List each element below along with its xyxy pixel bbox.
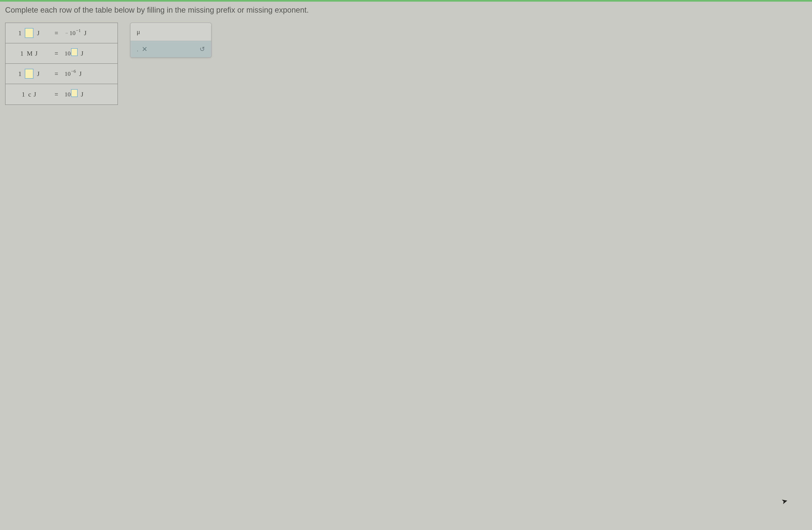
base-ten: 10: [64, 70, 71, 77]
toolbox-top-row: μ: [131, 23, 211, 41]
equals-sign: =: [52, 50, 60, 57]
coefficient: 1: [18, 29, 21, 37]
prefix-input[interactable]: [25, 28, 33, 38]
base-ten: 10: [64, 50, 71, 57]
table-row: 1 J = 10 −6 J: [5, 64, 117, 84]
coefficient: 1: [18, 70, 21, 77]
coefficient: 1: [20, 50, 24, 57]
unit-label: J: [37, 29, 40, 37]
main-area: 1 J = → 10 −1 J 1 M: [5, 23, 807, 105]
top-accent-bar: [0, 0, 812, 2]
unit-label: J: [33, 91, 36, 98]
reset-icon: ↺: [200, 45, 205, 53]
unit-label: J: [37, 70, 40, 77]
table-row: 1 c J = 10 J: [5, 84, 117, 104]
instruction-text: Complete each row of the table below by …: [5, 6, 807, 14]
power-expression: 10: [64, 50, 77, 57]
unit-label: J: [81, 91, 83, 98]
reset-button[interactable]: ↺: [200, 45, 205, 53]
cell-left: 1 M J: [5, 50, 52, 57]
power-expression: 10: [64, 91, 77, 98]
exponent: −1: [76, 28, 81, 33]
exponent-input[interactable]: [71, 89, 77, 97]
toolbox-bottom-row: . ✕ ↺: [131, 41, 211, 57]
cell-right: 10 −6 J: [60, 70, 117, 77]
exponent-input[interactable]: [71, 48, 77, 56]
unit-label: J: [79, 70, 82, 77]
prefix-label: c: [28, 91, 31, 98]
cell-right: 10 J: [60, 91, 117, 98]
equals-sign: =: [52, 30, 60, 37]
unit-label: J: [84, 29, 86, 37]
unit-label: J: [35, 50, 38, 57]
symbol-toolbox: μ . ✕ ↺: [130, 23, 212, 58]
equals-sign: =: [52, 91, 60, 98]
content-area: Complete each row of the table below by …: [0, 2, 812, 530]
power-expression: 10 −6: [64, 70, 76, 77]
arrow-icon: →: [64, 31, 68, 35]
cell-left: 1 c J: [5, 91, 52, 98]
unit-label: J: [81, 50, 83, 57]
prefix-label: M: [27, 50, 32, 57]
prefix-input[interactable]: [25, 69, 33, 78]
exponent: −6: [71, 69, 76, 74]
power-expression: 10 −1: [70, 30, 81, 37]
prefix-table: 1 J = → 10 −1 J 1 M: [5, 23, 118, 105]
cell-left: 1 J: [5, 69, 52, 78]
clear-button[interactable]: . ✕: [136, 45, 147, 53]
base-ten: 10: [64, 91, 71, 98]
table-row: 1 M J = 10 J: [5, 43, 117, 64]
coefficient: 1: [22, 91, 25, 98]
dot-icon: .: [136, 45, 139, 53]
cell-right: 10 J: [60, 50, 117, 57]
equals-sign: =: [52, 70, 60, 77]
cell-left: 1 J: [5, 28, 52, 38]
table-row: 1 J = → 10 −1 J: [5, 23, 117, 43]
cursor-icon: ➤: [780, 497, 788, 506]
cell-right: → 10 −1 J: [60, 29, 117, 37]
x-icon: ✕: [142, 45, 147, 53]
mu-symbol-button[interactable]: μ: [136, 28, 140, 35]
base-ten: 10: [70, 30, 75, 37]
